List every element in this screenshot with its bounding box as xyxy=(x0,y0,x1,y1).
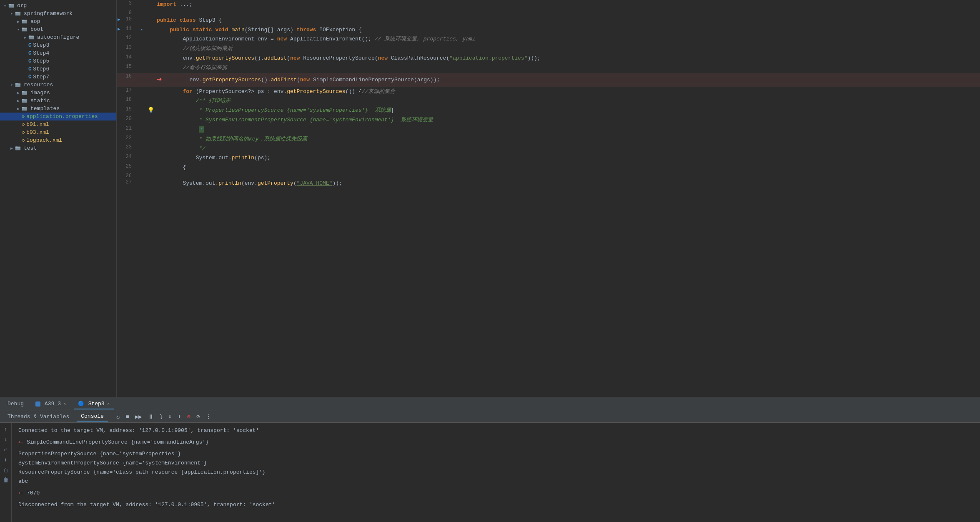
xml-icon: ◇ xyxy=(22,137,25,143)
line-indicator-22 xyxy=(137,135,147,144)
toolbar-icon-step-into[interactable]: ⬇ xyxy=(167,412,173,421)
debug-session-tabs: DebugA39_3×🔵Step3× xyxy=(0,398,980,411)
line-number-20: 20 xyxy=(117,115,137,125)
toolbar-icon-stop-red[interactable]: ⊗ xyxy=(185,412,192,421)
code-line-26: 26 xyxy=(117,173,980,179)
toolbar-icon-mute[interactable]: ⊘ xyxy=(195,412,201,421)
toolbar-icon-step-over[interactable]: ⤵ xyxy=(158,413,164,421)
console-line-line3: PropertiesPropertySource {name='systemPr… xyxy=(18,449,973,459)
sidebar-item-resources[interactable]: ▾resources xyxy=(0,81,116,89)
panel-tab-console[interactable]: Console xyxy=(77,412,108,422)
sidebar-item-aop[interactable]: ▶aop xyxy=(0,18,116,25)
sidebar-item-Step4[interactable]: CStep4 xyxy=(0,49,116,57)
line-number-11: ▶11 xyxy=(117,25,137,35)
toolbar-icon-resume[interactable]: ▶▶ xyxy=(133,412,144,421)
tab-close-A39_3[interactable]: × xyxy=(63,402,66,407)
sidebar-item-boot[interactable]: ▾boot xyxy=(0,25,116,33)
line-number-23: 23 xyxy=(117,144,137,153)
sidebar-item-b03.xml[interactable]: ◇b03.xml xyxy=(0,128,116,136)
sidebar-item-springframework[interactable]: ▾springframework xyxy=(0,10,116,18)
bulb-cell-16 xyxy=(147,73,155,87)
line-indicator-13 xyxy=(137,44,147,54)
side-icon-down[interactable]: ↓ xyxy=(4,436,7,443)
side-icon-up[interactable]: ↑ xyxy=(4,426,7,433)
code-line-23: 23 */ xyxy=(117,144,980,153)
tab-close-Step3[interactable]: × xyxy=(107,402,110,407)
folder-icon xyxy=(8,3,15,8)
line-indicator-12 xyxy=(137,35,147,44)
sidebar-item-Step5[interactable]: CStep5 xyxy=(0,57,116,65)
debug-tab-A39_3[interactable]: A39_3× xyxy=(31,399,70,409)
line-number-3: 3 xyxy=(117,0,137,10)
side-icon-scroll[interactable]: ⬇ xyxy=(4,457,7,464)
toolbar-icon-pause[interactable]: ⏸ xyxy=(146,413,155,421)
debug-tab-debug[interactable]: Debug xyxy=(3,399,28,409)
tree-label-Step4: Step4 xyxy=(33,50,49,56)
line-indicator-19 xyxy=(137,106,147,115)
line-indicator-21 xyxy=(137,125,147,135)
side-icon-print[interactable]: ⎙ xyxy=(4,467,8,474)
line-number-10: ▶10 xyxy=(117,16,137,25)
console-line-line5: ResourcePropertySource {name='class path… xyxy=(18,468,973,477)
line-indicator-10 xyxy=(137,16,147,25)
sidebar-item-test[interactable]: ▶test xyxy=(0,144,116,152)
line-content-24: System.out.println(ps); xyxy=(155,153,980,163)
console-side-icons: ↑↓↩⬇⎙🗑 xyxy=(0,423,12,522)
code-line-25: 25 { xyxy=(117,163,980,173)
xml-icon: ◇ xyxy=(22,121,25,128)
sidebar-item-Step7[interactable]: CStep7 xyxy=(0,73,116,81)
bulb-cell-11 xyxy=(147,25,155,35)
line-number-15: 15 xyxy=(117,63,137,73)
line-number-14: 14 xyxy=(117,54,137,63)
line-number-12: 12 xyxy=(117,35,137,44)
toolbar-icon-more[interactable]: ⋮ xyxy=(204,412,213,421)
toolbar-icon-stop[interactable]: ■ xyxy=(124,413,130,421)
toolbar-icon-refresh[interactable]: ↻ xyxy=(115,412,121,421)
sidebar-item-static[interactable]: ▶static xyxy=(0,97,116,105)
tree-arrow-boot: ▾ xyxy=(15,27,22,32)
panel-toolbar: Threads & VariablesConsole↻■▶▶⏸⤵⬇⬆⊗⊘⋮ xyxy=(0,411,980,423)
sidebar-item-application.properties[interactable]: ⚙application.properties xyxy=(0,113,116,120)
console-arrow-line7: ← xyxy=(18,486,23,500)
tree-label-Step7: Step7 xyxy=(33,74,49,80)
line-content-18: /** 打印结果 xyxy=(155,96,980,106)
line-indicator-18 xyxy=(137,96,147,106)
line-number-25: 25 xyxy=(117,163,137,173)
class-icon: C xyxy=(28,74,31,80)
bulb-cell-13 xyxy=(147,44,155,54)
sidebar-item-templates[interactable]: ▶templates xyxy=(0,105,116,113)
code-line-10: ▶10public class Step3 { xyxy=(117,16,980,25)
tree-arrow-templates: ▶ xyxy=(15,106,22,111)
tree-arrow-test: ▶ xyxy=(8,146,15,151)
toolbar-icon-step-out[interactable]: ⬆ xyxy=(176,412,183,421)
line-content-23: */ xyxy=(155,144,980,153)
code-line-9: 9 xyxy=(117,10,980,16)
sidebar-item-images[interactable]: ▶images xyxy=(0,89,116,97)
bulb-icon[interactable]: 💡 xyxy=(148,107,154,113)
sidebar-item-Step6[interactable]: CStep6 xyxy=(0,65,116,73)
sidebar-item-b01.xml[interactable]: ◇b01.xml xyxy=(0,120,116,128)
debug-tab-Step3[interactable]: 🔵Step3× xyxy=(74,399,114,409)
line-indicator-27 xyxy=(137,179,147,188)
sidebar-item-Step3[interactable]: CStep3 xyxy=(0,41,116,49)
folder-icon xyxy=(15,145,22,151)
run-button-11[interactable]: ▶ xyxy=(118,26,120,32)
code-line-16: 16➜ env.getPropertySources().addFirst(ne… xyxy=(117,73,980,87)
bulb-cell-19: 💡 xyxy=(147,106,155,115)
code-line-24: 24 System.out.println(ps); xyxy=(117,153,980,163)
bulb-cell-12 xyxy=(147,35,155,44)
sidebar-item-logback.xml[interactable]: ◇logback.xml xyxy=(0,136,116,144)
code-line-19: 19💡 * PropertiesPropertySource {name='sy… xyxy=(117,106,980,115)
sidebar-item-autoconfigure[interactable]: ▶autoconfigure xyxy=(0,33,116,41)
tree-label-autoconfigure: autoconfigure xyxy=(37,34,79,40)
line-number-21: 21 xyxy=(117,125,137,135)
side-icon-clear[interactable]: 🗑 xyxy=(3,477,9,484)
sidebar-item-org[interactable]: ▾org xyxy=(0,2,116,10)
run-button-10[interactable]: ▶ xyxy=(118,17,120,22)
side-icon-wrap[interactable]: ↩ xyxy=(4,446,7,453)
panel-tab-threads[interactable]: Threads & Variables xyxy=(3,412,73,421)
code-line-15: 15 //命令行添加来源 xyxy=(117,63,980,73)
class-icon: C xyxy=(28,66,31,72)
code-line-21: 21 * xyxy=(117,125,980,135)
tree-label-resources: resources xyxy=(24,82,53,88)
